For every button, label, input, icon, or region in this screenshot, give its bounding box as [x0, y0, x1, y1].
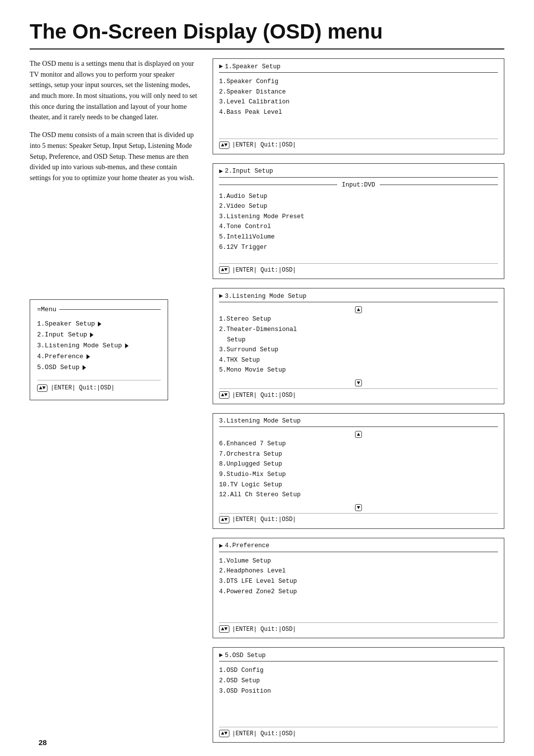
osd-footer: ▲▼ |ENTER| Quit:|OSD| — [219, 388, 498, 399]
osd-underline — [219, 552, 498, 552]
osd-title-text: 1.Speaker Setup — [225, 63, 281, 70]
list-item: 12.All Ch Stereo Setup — [219, 490, 498, 500]
osd-footer-text: |ENTER| Quit:|OSD| — [232, 392, 296, 399]
menu-title-line — [59, 309, 161, 310]
osd-title-text: 3.Listening Mode Setup — [219, 418, 301, 425]
list-item: 9.Studio-Mix Setup — [219, 470, 498, 480]
menu-footer: ▲▼ |ENTER| Quit:|OSD| — [37, 380, 161, 393]
menu-footer-text: |ENTER| Quit:|OSD| — [50, 383, 115, 393]
osd-item-list: 1.OSD Config 2.OSD Setup 3.OSD Position — [219, 665, 498, 696]
list-item: 5.OSD Setup — [37, 362, 161, 373]
bullet-arrow-icon: ► — [219, 542, 223, 550]
osd-footer: ▲▼ |ENTER| Quit:|OSD| — [219, 139, 498, 149]
osd-title-text: 4.Preference — [225, 542, 269, 549]
list-item: 2.Speaker Distance — [219, 87, 498, 97]
osd-box-title: ► 4.Preference — [219, 542, 498, 550]
page-number: 28 — [39, 738, 47, 747]
osd-underline — [219, 177, 498, 178]
list-item: 6.Enhanced 7 Setup — [219, 439, 498, 449]
arrow-right-icon — [125, 343, 129, 348]
bullet-arrow-icon: ► — [219, 63, 223, 70]
osd-item-list: 1.Stereo Setup 2.Theater-Dimensional Set… — [219, 314, 498, 376]
menu-title-text: =Menu — [37, 305, 56, 315]
nav-up-down-icon: ▲▼ — [219, 266, 229, 274]
nav-up-down-icon: ▲▼ — [219, 391, 229, 399]
osd-title-text: 5.OSD Setup — [225, 652, 266, 659]
list-item: 1.Volume Setup — [219, 556, 498, 567]
osd-box-listening-mode-2: 3.Listening Mode Setup ▲ 6.Enhanced 7 Se… — [213, 413, 504, 529]
main-menu-list: 1.Speaker Setup 2.Input Setup 3.Listenin… — [37, 319, 161, 373]
osd-footer: ▲▼ |ENTER| Quit:|OSD| — [219, 727, 498, 737]
scroll-down-indicator: ▼ — [219, 504, 498, 511]
osd-item-list: 1.Audio Setup 2.Video Setup 3.Listening … — [219, 191, 498, 253]
list-item: 1.Speaker Setup — [37, 319, 161, 330]
osd-box-osd-setup: ► 5.OSD Setup 1.OSD Config 2.OSD Setup 3… — [213, 647, 504, 743]
list-item: 1.Stereo Setup — [219, 314, 498, 325]
bullet-arrow-icon: ► — [219, 652, 223, 659]
osd-item-list: 1.Volume Setup 2.Headphones Level 3.DTS … — [219, 556, 498, 597]
list-item: 2.Video Setup — [219, 201, 498, 212]
osd-underline — [219, 426, 498, 427]
arrow-right-icon — [98, 322, 101, 327]
osd-box-title: ► 2.Input Setup — [219, 168, 498, 175]
osd-box-title: ► 1.Speaker Setup — [219, 63, 498, 70]
osd-footer-text: |ENTER| Quit:|OSD| — [232, 516, 296, 523]
scroll-down-icon: ▼ — [355, 379, 362, 386]
list-item: 4.Powered Zone2 Setup — [219, 587, 498, 597]
list-item: 3.Level Calibration — [219, 97, 498, 107]
osd-item-list: 1.Speaker Config 2.Speaker Distance 3.Le… — [219, 77, 498, 118]
osd-box-preference: ► 4.Preference 1.Volume Setup 2.Headphon… — [213, 538, 504, 639]
osd-box-input-setup: ► 2.Input Setup Input:DVD 1.Audio Setup … — [213, 163, 504, 280]
intro-para1: The OSD menu is a settings menu that is … — [30, 58, 198, 123]
scroll-up-icon: ▲ — [355, 431, 362, 438]
list-item: 2.Theater-Dimensional — [219, 325, 498, 335]
list-item: 2.Headphones Level — [219, 566, 498, 576]
list-item: 4.Bass Peak Level — [219, 107, 498, 118]
osd-footer-text: |ENTER| Quit:|OSD| — [232, 626, 296, 633]
bullet-arrow-icon: ► — [219, 292, 223, 300]
osd-box-speaker-setup: ► 1.Speaker Setup 1.Speaker Config 2.Spe… — [213, 58, 504, 154]
arrow-right-icon — [90, 332, 93, 337]
nav-up-down-icon: ▲▼ — [219, 625, 229, 633]
osd-box-title: ► 3.Listening Mode Setup — [219, 292, 498, 300]
list-item: 7.Orchestra Setup — [219, 449, 498, 460]
list-item: 3.Listening Mode Setup — [37, 340, 161, 351]
right-column: ► 1.Speaker Setup 1.Speaker Config 2.Spe… — [213, 58, 504, 752]
arrow-right-icon — [87, 354, 90, 359]
main-menu-box: =Menu 1.Speaker Setup 2.Input Setup 3.Li… — [30, 299, 168, 400]
osd-footer: ▲▼ |ENTER| Quit:|OSD| — [219, 622, 498, 633]
osd-title-text: 3.Listening Mode Setup — [225, 293, 307, 300]
list-item: 10.TV Logic Setup — [219, 480, 498, 490]
osd-item-list: 6.Enhanced 7 Setup 7.Orchestra Setup 8.U… — [219, 439, 498, 500]
osd-footer: ▲▼ |ENTER| Quit:|OSD| — [219, 513, 498, 523]
osd-subtitle: Input:DVD — [219, 182, 498, 189]
list-item: 4.Preference — [37, 351, 161, 362]
list-item: 2.OSD Setup — [219, 676, 498, 686]
osd-box-title: 3.Listening Mode Setup — [219, 418, 498, 425]
osd-footer: ▲▼ |ENTER| Quit:|OSD| — [219, 263, 498, 274]
osd-title-text: 2.Input Setup — [225, 168, 273, 175]
list-item: 5.Mono Movie Setup — [219, 365, 498, 376]
list-item: 1.Audio Setup — [219, 191, 498, 202]
scroll-down-icon: ▼ — [355, 504, 362, 511]
nav-up-down-icon: ▲▼ — [219, 142, 229, 149]
scroll-up-indicator: ▲ — [219, 306, 498, 313]
list-item: 8.Unplugged Setup — [219, 459, 498, 470]
osd-underline — [219, 72, 498, 73]
list-item: 3.Listening Mode Preset — [219, 212, 498, 222]
list-item: 3.OSD Position — [219, 686, 498, 697]
list-item: 4.THX Setup — [219, 355, 498, 366]
list-item: 6.12V Trigger — [219, 242, 498, 253]
page-title: The On-Screen Display (OSD) menu — [30, 20, 504, 49]
list-item: 3.DTS LFE Level Setup — [219, 576, 498, 587]
intro-para2: The OSD menu consists of a main screen t… — [30, 130, 198, 183]
nav-up-down-icon: ▲▼ — [219, 516, 229, 523]
osd-underline — [219, 302, 498, 302]
osd-underline — [219, 661, 498, 662]
osd-footer-text: |ENTER| Quit:|OSD| — [232, 730, 296, 737]
list-item: 1.OSD Config — [219, 665, 498, 676]
scroll-up-indicator: ▲ — [219, 431, 498, 438]
list-item: 5.IntelliVolume — [219, 232, 498, 242]
list-item: 3.Surround Setup — [219, 345, 498, 355]
nav-up-down-icon: ▲▼ — [219, 730, 229, 737]
